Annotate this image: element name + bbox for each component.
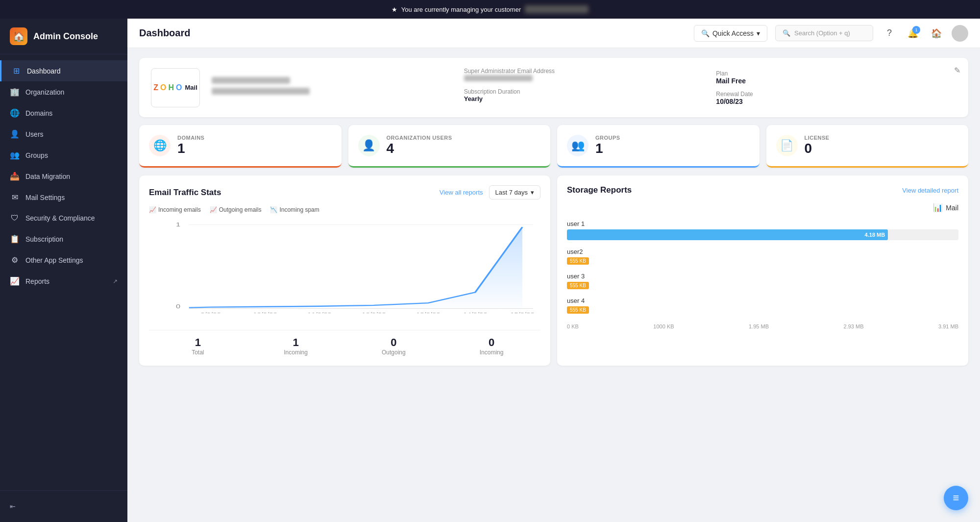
mail-settings-icon: ✉	[10, 193, 20, 202]
sidebar-item-groups[interactable]: 👥 Groups	[0, 145, 127, 166]
stat-card-domains[interactable]: 🌐 DOMAINS 1	[139, 125, 342, 168]
svg-text:15/9/22: 15/9/22	[510, 311, 534, 313]
storage-user-row-4: user 4 555 KB	[567, 297, 958, 314]
period-selector[interactable]: Last 7 days ▾	[489, 185, 541, 199]
sidebar-item-label: Domains	[25, 109, 52, 117]
sidebar: 🏠 Admin Console ⊞ Dashboard 🏢 Organizati…	[0, 19, 127, 522]
org-plan: Plan Mail Free Renewal Date 10/08/23	[716, 70, 956, 105]
chevron-down-icon: ▾	[757, 29, 760, 37]
stat-incoming-value: 1	[247, 336, 345, 349]
help-button[interactable]: ?	[881, 25, 898, 42]
stat-incoming: 1 Incoming	[247, 336, 345, 356]
period-label: Last 7 days	[495, 189, 528, 196]
super-admin-label: Super Administrator Email Address	[464, 68, 705, 75]
collapse-icon: ⇤	[10, 502, 16, 510]
user-1-label: user 1	[567, 220, 958, 227]
plan-value: Mail Free	[716, 77, 956, 85]
charts-row: Email Traffic Stats View all reports Las…	[139, 175, 968, 366]
notifications-button[interactable]: 🔔 1	[905, 25, 921, 42]
view-all-reports-link[interactable]: View all reports	[440, 189, 483, 196]
sidebar-item-other-app[interactable]: ⚙ Other App Settings	[0, 249, 127, 271]
stat-card-license[interactable]: 📄 LICENSE 0	[766, 125, 969, 168]
stat-incoming-spam-value: 0	[442, 336, 540, 349]
help-icon: ?	[887, 28, 892, 38]
org-logo: ZOHO Mail	[151, 68, 200, 107]
quick-access-button[interactable]: 🔍 Quick Access ▾	[694, 25, 767, 42]
sidebar-item-label: Groups	[25, 151, 48, 159]
legend-spam: 📉 Incoming spam	[270, 206, 319, 213]
subscription-icon: 📋	[10, 234, 20, 244]
svg-text:12/9/22: 12/9/22	[362, 311, 386, 313]
legend-outgoing: 📈 Outgoing emails	[210, 206, 262, 213]
x-label-3: 2.93 MB	[844, 323, 864, 329]
sidebar-item-label: Organization	[25, 88, 64, 96]
stat-total-value: 1	[149, 336, 247, 349]
chevron-down-icon: ▾	[531, 189, 534, 196]
sidebar-item-domains[interactable]: 🌐 Domains	[0, 102, 127, 124]
search-box[interactable]: 🔍 Search (Option + q)	[775, 25, 873, 41]
avatar[interactable]	[952, 25, 968, 42]
sidebar-item-label: Reports	[25, 277, 49, 285]
storage-user-row-3: user 3 555 KB	[567, 273, 958, 289]
dashboard-content: ZOHO Mail Super Administrator Email Addr…	[127, 48, 980, 522]
users-icon: 👤	[10, 129, 20, 139]
user-3-value: 555 KB	[567, 282, 589, 289]
x-label-1: 1000 KB	[653, 323, 674, 329]
banner-customer-blur	[525, 5, 588, 13]
page-title: Dashboard	[139, 27, 686, 39]
plan-label: Plan	[716, 70, 956, 77]
sidebar-item-reports[interactable]: 📈 Reports ↗	[0, 271, 127, 292]
sidebar-item-label: Users	[25, 130, 44, 138]
email-traffic-card: Email Traffic Stats View all reports Las…	[139, 175, 550, 366]
stat-outgoing: 0 Outgoing	[345, 336, 443, 356]
license-value: 0	[805, 141, 830, 156]
user-4-label: user 4	[567, 297, 958, 304]
svg-text:14/9/22: 14/9/22	[463, 311, 487, 313]
domains-value: 1	[177, 141, 204, 156]
users-label: ORGANIZATION USERS	[387, 135, 452, 141]
collapse-button[interactable]: ⇤	[0, 497, 127, 516]
search-icon: 🔍	[783, 29, 790, 37]
groups-stat-icon: 👥	[567, 135, 588, 156]
legend-incoming: 📈 Incoming emails	[149, 206, 201, 213]
line-chart: 1 0 9/9/22 10/9/22 11/9/22 12/9/22 13/9/…	[149, 220, 540, 328]
sidebar-item-dashboard[interactable]: ⊞ Dashboard	[0, 60, 127, 81]
stat-total-label: Total	[149, 349, 247, 356]
license-stat-icon: 📄	[776, 135, 798, 156]
chart-stats: 1 Total 1 Incoming 0 Outgoing 0	[149, 330, 540, 356]
domains-label: DOMAINS	[177, 135, 204, 141]
view-detail-link[interactable]: View detailed report	[902, 187, 958, 194]
super-admin-email-blur	[464, 75, 533, 81]
user-1-bar: 4.18 MB	[567, 229, 958, 240]
stat-card-groups[interactable]: 👥 GROUPS 1	[557, 125, 760, 168]
sidebar-item-organization[interactable]: 🏢 Organization	[0, 81, 127, 102]
sidebar-item-subscription[interactable]: 📋 Subscription	[0, 228, 127, 249]
home-icon: 🏠	[931, 28, 942, 39]
edit-button[interactable]: ✎	[954, 66, 960, 75]
header-icons: ? 🔔 1 🏠	[881, 25, 968, 42]
chart-legend: 📈 Incoming emails 📈 Outgoing emails 📉 In…	[149, 206, 540, 213]
svg-text:10/9/22: 10/9/22	[253, 311, 277, 313]
svg-text:9/9/22: 9/9/22	[201, 311, 221, 313]
mail-label: Mail	[946, 204, 958, 212]
sidebar-item-data-migration[interactable]: 📥 Data Migration	[0, 166, 127, 187]
user-3-label: user 3	[567, 273, 958, 280]
storage-reports-card: Storage Reports View detailed report 📊 M…	[557, 175, 968, 366]
sidebar-item-label: Dashboard	[27, 67, 61, 75]
svg-text:0: 0	[176, 304, 181, 309]
stat-card-users[interactable]: 👤 ORGANIZATION USERS 4	[348, 125, 551, 168]
sidebar-item-security[interactable]: 🛡 Security & Compliance	[0, 208, 127, 228]
dashboard-icon: ⊞	[11, 66, 21, 75]
sidebar-item-users[interactable]: 👤 Users	[0, 124, 127, 145]
sidebar-item-label: Security & Compliance	[25, 214, 95, 222]
data-migration-icon: 📥	[10, 172, 20, 181]
organization-icon: 🏢	[10, 87, 20, 97]
groups-value: 1	[595, 141, 620, 156]
main-content: Dashboard 🔍 Quick Access ▾ 🔍 Search (Opt…	[127, 19, 980, 522]
license-label: LICENSE	[805, 135, 830, 141]
reports-icon: 📈	[10, 276, 20, 286]
home-button[interactable]: 🏠	[928, 25, 945, 42]
sidebar-item-mail-settings[interactable]: ✉ Mail Settings	[0, 187, 127, 208]
storage-user-row-1: user 1 4.18 MB	[567, 220, 958, 240]
fab-button[interactable]: ≡	[944, 486, 968, 510]
